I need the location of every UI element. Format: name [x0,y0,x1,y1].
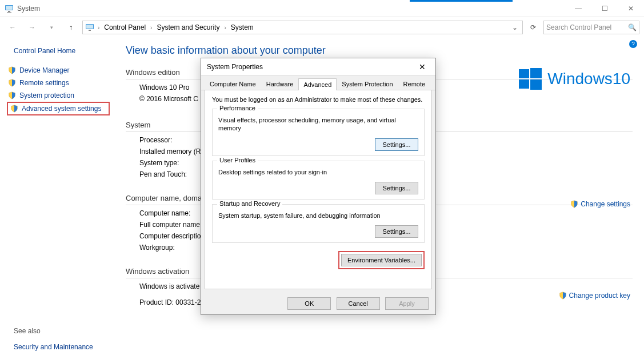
sidebar-item-label: System protection [19,91,74,99]
sidebar-item-label: Device Manager [19,66,69,74]
sidebar-item-label: Remote settings [19,79,69,87]
windows-logo: Windows10 [519,67,630,90]
group-desc: System startup, system failure, and debu… [218,212,418,220]
window-title: System [17,5,565,13]
windows-flag-icon [519,67,542,90]
group-title: User Profiles [217,157,258,163]
svg-rect-10 [530,79,542,90]
tab-computer-name[interactable]: Computer Name [205,78,261,90]
system-properties-dialog: System Properties ✕ Computer Name Hardwa… [201,58,436,315]
shield-icon [8,66,16,74]
sidebar-item-system-protection[interactable]: System protection [7,89,110,102]
svg-rect-3 [7,12,11,13]
dialog-footer: OK Cancel Apply [201,293,435,314]
breadcrumb[interactable]: Control Panel [103,23,147,31]
control-panel-home-link[interactable]: Control Panel Home [14,47,110,55]
environment-variables-button[interactable]: Environment Variables... [341,254,422,266]
see-also-label: See also [14,327,110,335]
address-dropdown[interactable]: ⌄ [510,23,520,31]
svg-rect-1 [6,6,13,10]
startup-recovery-settings-button[interactable]: Settings... [375,225,418,238]
tab-advanced[interactable]: Advanced [298,78,337,90]
shield-icon [10,105,18,113]
maximize-button[interactable]: ☐ [591,0,618,17]
dialog-titlebar: System Properties ✕ [201,58,435,75]
shield-icon [570,200,578,208]
breadcrumb-bar[interactable]: › Control Panel › System and Security › … [82,21,523,34]
svg-rect-2 [8,11,10,12]
group-performance: Performance Visual effects, processor sc… [212,109,425,156]
svg-rect-9 [519,79,529,89]
group-user-profiles: User Profiles Desktop settings related t… [212,161,425,200]
window-controls: — ☐ ✕ [565,0,644,17]
up-button[interactable]: ↑ [63,19,79,35]
svg-rect-7 [519,69,529,78]
change-product-key-link[interactable]: Change product key [559,292,630,300]
admin-note: You must be logged on as an Administrato… [212,96,425,103]
chevron-right-icon[interactable]: › [149,25,153,31]
close-button[interactable]: ✕ [618,0,644,17]
group-desc: Visual effects, processor scheduling, me… [218,116,418,133]
sidebar-item-advanced-system-settings[interactable]: Advanced system settings [7,102,110,115]
performance-settings-button[interactable]: Settings... [375,138,418,151]
ok-button[interactable]: OK [287,297,331,310]
titlebar: System — ☐ ✕ [0,0,644,17]
sidebar-item-label: Advanced system settings [22,105,101,113]
minimize-button[interactable]: — [565,0,591,17]
dialog-body: You must be logged on as an Administrato… [205,90,432,289]
user-profiles-settings-button[interactable]: Settings... [375,182,418,194]
dialog-tabs: Computer Name Hardware Advanced System P… [201,75,435,90]
apply-button[interactable]: Apply [385,297,429,310]
svg-rect-8 [530,68,542,78]
tab-hardware[interactable]: Hardware [261,78,299,90]
security-maintenance-link[interactable]: Security and Maintenance [14,343,110,351]
accent-strip [410,0,513,2]
sidebar-item-remote-settings[interactable]: Remote settings [7,77,110,89]
search-placeholder: Search Control Panel [546,23,628,31]
group-title: Performance [217,105,258,111]
sidebar: Control Panel Home Device Manager Remote… [0,38,114,363]
dialog-title: System Properties [207,63,415,71]
cancel-button[interactable]: Cancel [337,297,380,310]
search-icon[interactable]: 🔍 [628,23,637,31]
group-title: Startup and Recovery [217,200,282,207]
breadcrumb-icon [85,23,94,32]
recent-dropdown[interactable]: ▾ [43,19,59,35]
windows10-text: Windows10 [547,70,630,88]
back-button[interactable]: ← [5,19,21,35]
breadcrumb[interactable]: System and Security [155,23,221,31]
forward-button[interactable]: → [24,19,40,35]
tab-system-protection[interactable]: System Protection [337,78,398,90]
sidebar-item-device-manager[interactable]: Device Manager [7,64,110,77]
refresh-button[interactable]: ⟳ [526,21,540,34]
shield-icon [8,79,16,87]
tab-remote[interactable]: Remote [398,78,431,90]
group-desc: Desktop settings related to your sign-in [218,168,418,176]
chevron-right-icon[interactable]: › [223,25,227,31]
change-settings-link[interactable]: Change settings [570,200,630,208]
group-startup-recovery: Startup and Recovery System startup, sys… [212,204,425,243]
page-title: View basic information about your comput… [126,45,633,57]
dialog-close-button[interactable]: ✕ [415,62,430,71]
environment-variables-highlight: Environment Variables... [338,251,425,269]
search-input[interactable]: Search Control Panel 🔍 [543,21,639,34]
address-bar: ← → ▾ ↑ › Control Panel › System and Sec… [0,17,644,38]
shield-icon [559,292,567,300]
shield-icon [8,91,16,99]
env-vars-row: Environment Variables... [212,251,425,269]
system-icon [5,4,14,13]
svg-rect-5 [86,25,93,29]
breadcrumb[interactable]: System [230,23,255,31]
chevron-right-icon[interactable]: › [97,25,101,31]
svg-rect-6 [89,30,91,31]
